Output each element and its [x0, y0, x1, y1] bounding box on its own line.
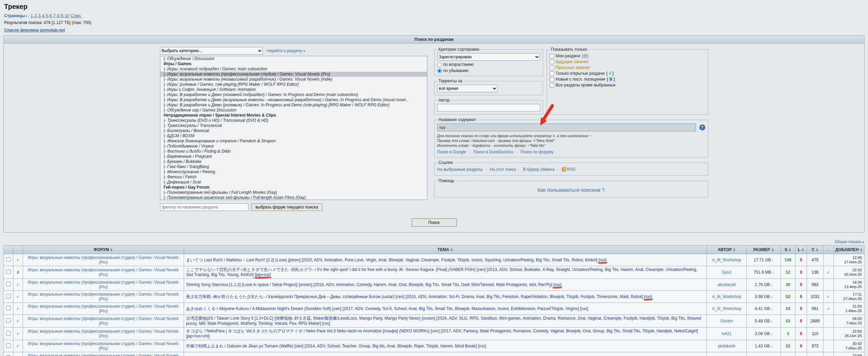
- forum-link[interactable]: Игры: визуальные новеллы (профессиональн…: [25, 353, 182, 356]
- forum-link[interactable]: Игры: визуальные новеллы (профессиональн…: [25, 292, 182, 301]
- author-link[interactable]: abubaca4: [718, 282, 736, 287]
- category-option[interactable]: |- Бисексуалы / Bisexual: [160, 128, 427, 133]
- select-current-forum-button[interactable]: выбрать форум текущего поиска: [251, 203, 323, 211]
- category-option[interactable]: |- Игры: В разработке и Демо (основной п…: [160, 92, 427, 97]
- category-option[interactable]: |- Игры: визуальные новеллы (профессиона…: [160, 72, 427, 77]
- category-option[interactable]: |- Женское доминирование и страпон / Fem…: [160, 139, 427, 144]
- download-torrent-link[interactable]: 3.98 GB: [755, 294, 773, 299]
- topic-link[interactable]: ネコぱら / NekoPara | ネコぱら Vol.3 ネコたちのアロマティゼ…: [186, 329, 705, 339]
- page-link[interactable]: 8: [57, 13, 61, 18]
- topic-link[interactable]: あきゆめくくる / Akiyume Kukuru / A Midautumn N…: [186, 306, 588, 311]
- column-header-leechers[interactable]: L⇕: [795, 246, 807, 254]
- sort-asc-option[interactable]: по возрастанию: [437, 62, 540, 67]
- search-button[interactable]: Поиск: [412, 218, 457, 227]
- category-option[interactable]: |- Полнометражные азиатские гей-фильмы /…: [160, 195, 427, 200]
- column-header-topic[interactable]: ТЕМА⇕: [184, 246, 707, 254]
- author-input[interactable]: [437, 104, 540, 111]
- category-option[interactable]: |- Фистинг и дилдо / Fisting & Dildo: [160, 149, 427, 154]
- external-search-link[interactable]: Поиск в DuckDuckGo: [473, 150, 519, 154]
- category-listbox[interactable]: |- Обсуждение / Discussion Игры / Games …: [160, 56, 427, 200]
- row-checkbox[interactable]: [6, 257, 11, 262]
- sort-desc-radio[interactable]: [437, 69, 442, 73]
- category-option[interactable]: |- БДСМ / BDSM: [160, 133, 427, 139]
- download-torrent-link[interactable]: 751.9 MB: [754, 270, 774, 275]
- category-option[interactable]: Гей-порно / Gay Forum: [160, 185, 427, 190]
- quick-link[interactable]: В буфер обмена: [523, 167, 560, 172]
- category-option[interactable]: |- Буккаке / Bukkake: [160, 159, 427, 164]
- category-option[interactable]: |- Беременные / Pregnant: [160, 154, 427, 159]
- category-option[interactable]: |- Игры: визуальные новеллы (независимый…: [160, 77, 427, 82]
- category-option[interactable]: |- Обсуждение / Discussion: [160, 56, 427, 61]
- forum-link[interactable]: Игры: визуальные новеллы (профессиональн…: [25, 255, 182, 265]
- author-link[interactable]: Xosten: [720, 319, 733, 323]
- sort-icon[interactable]: ⇕: [110, 248, 113, 252]
- download-torrent-link[interactable]: 17.71 GB: [754, 258, 773, 262]
- page-link[interactable]: 10: [65, 13, 69, 18]
- page-link[interactable]: 6: [50, 13, 53, 18]
- sort-icon[interactable]: ⇕: [733, 248, 735, 252]
- forum-list-link[interactable]: Список форумов pornolab.net: [4, 28, 65, 33]
- show-only-checkbox[interactable]: [550, 60, 554, 64]
- show-only-option[interactable]: Будущие закачки: [550, 59, 705, 65]
- author-link[interactable]: Sysi1: [722, 270, 732, 275]
- category-option[interactable]: Игры / Games: [160, 61, 427, 67]
- sort-desc-option[interactable]: по убыванию: [437, 68, 540, 73]
- forum-link[interactable]: Игры: визуальные новеллы (профессиональн…: [25, 268, 182, 277]
- column-header-added[interactable]: ДОБАВЛЕН⇕: [834, 246, 865, 254]
- category-option[interactable]: |- Игры и Софт: Анимация / Software: Ani…: [160, 87, 427, 92]
- download-torrent-link[interactable]: 5.48 GB: [755, 319, 773, 323]
- author-link[interactable]: A_M_Workshop: [712, 258, 741, 262]
- category-option[interactable]: |- Игры: В разработке и Демо (ролевые) /…: [160, 103, 427, 108]
- sort-icon[interactable]: ⇕: [816, 248, 818, 252]
- sort-icon[interactable]: ⇕: [860, 248, 863, 252]
- topic-link[interactable]: ここでヤらない？巨乳の女子○生とタダで生ハメできた -閃乱カグラ- / It's…: [186, 267, 705, 277]
- display-options-link[interactable]: Опции показа ▾: [835, 239, 864, 244]
- category-option[interactable]: |- Полнометражные гей-фильмы / Full Leng…: [160, 190, 427, 195]
- rss-link[interactable]: RSS: [562, 167, 576, 172]
- goto-section-link[interactable]: перейти к разделу ▾: [265, 48, 305, 53]
- show-only-option[interactable]: Все разделы кроме выбранных: [550, 82, 705, 88]
- row-checkbox[interactable]: [6, 294, 11, 298]
- category-option[interactable]: |- Гэнг-банг / GangBang: [160, 164, 427, 169]
- page-link[interactable]: 5: [46, 13, 49, 18]
- category-option[interactable]: |- Транссексуалы / Transsexual: [160, 123, 427, 128]
- category-option[interactable]: |- Транссексуалы (DVD и HD) / Transsexua…: [160, 118, 427, 123]
- show-only-checkbox[interactable]: [550, 83, 554, 87]
- show-only-checkbox[interactable]: [550, 66, 554, 70]
- section-filter-input[interactable]: [160, 203, 248, 211]
- topic-link[interactable]: 学園で時間よ止まれ / Gakuen de Jikan yo Tomare (W…: [186, 344, 486, 349]
- page-link[interactable]: 1: [30, 13, 34, 18]
- show-only-checkbox[interactable]: [550, 71, 554, 76]
- how-to-search-link[interactable]: Как пользоваться поиском ?: [437, 185, 705, 194]
- download-torrent-link[interactable]: 4.41 GB: [755, 306, 773, 311]
- next-page-link[interactable]: След.: [71, 13, 82, 18]
- page-link[interactable]: 3: [38, 13, 42, 18]
- external-search-link[interactable]: Поиск в Google: [437, 150, 472, 154]
- download-torrent-link[interactable]: 3.06 GB: [755, 331, 773, 336]
- sort-icon[interactable]: ⇕: [450, 248, 453, 252]
- page-link[interactable]: 7: [53, 13, 57, 18]
- column-header-size[interactable]: РАЗМЕР⇕: [747, 246, 781, 254]
- sort-field-select[interactable]: Зарегистрирован: [437, 53, 540, 61]
- quick-link[interactable]: На выбранные разделы: [437, 167, 489, 172]
- category-option[interactable]: |- Дефекация / Scat: [160, 180, 427, 185]
- title-contains-input[interactable]: [437, 123, 696, 131]
- column-header-forum[interactable]: ФОРУМ⇕: [23, 246, 184, 254]
- column-header-author[interactable]: АВТОР⇕: [707, 246, 747, 254]
- show-only-option[interactable]: Прошлые закачки: [550, 65, 705, 71]
- row-checkbox[interactable]: [6, 331, 11, 335]
- topic-link[interactable]: まいてつ Last Run!! / Maitetsu – Last Run!! …: [186, 258, 607, 263]
- forum-link[interactable]: Игры: визуальные новеллы (профессиональн…: [25, 280, 182, 289]
- category-option[interactable]: |- Мочеиспускание / Peeing: [160, 169, 427, 175]
- sort-asc-radio[interactable]: [437, 62, 442, 67]
- topic-link[interactable]: 台湾恋愛物語5 / Taiwan Love Story 5 [1.0+DLC] …: [186, 316, 705, 326]
- page-link[interactable]: 4: [42, 13, 46, 18]
- sort-icon[interactable]: ⇕: [771, 248, 774, 252]
- column-header-seeders[interactable]: S⇕: [781, 246, 795, 254]
- author-link[interactable]: A_M_Workshop: [712, 306, 741, 311]
- external-search-link[interactable]: Поиск по форуму: [521, 150, 553, 154]
- page-link[interactable]: 9: [61, 13, 65, 18]
- forum-link[interactable]: Игры: визуальные новеллы (профессиональн…: [25, 329, 182, 339]
- help-question-icon[interactable]: ?: [699, 124, 705, 130]
- category-option[interactable]: |- Подглядывание / Voyeur: [160, 144, 427, 149]
